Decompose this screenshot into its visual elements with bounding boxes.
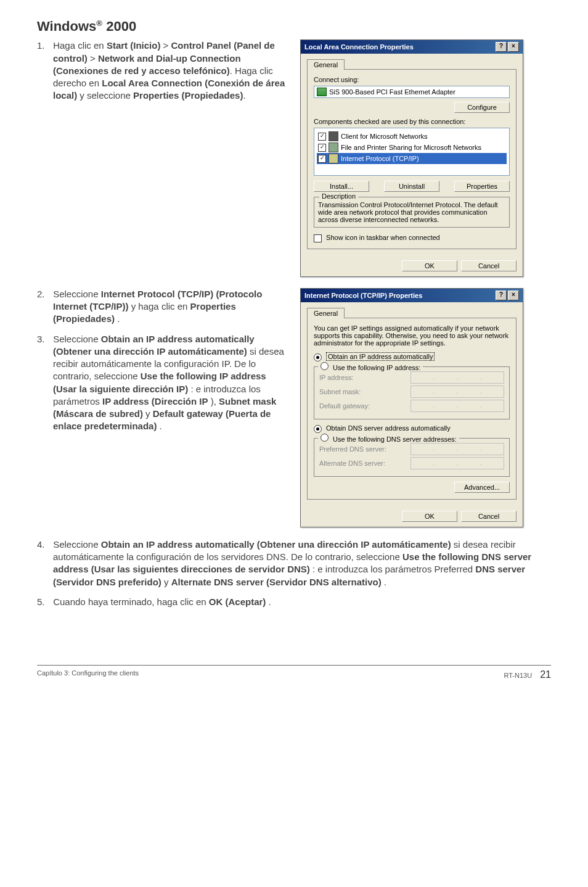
show-icon-label: Show icon in taskbar when connected — [326, 234, 440, 241]
list-item-selected[interactable]: ✓ Internet Protocol (TCP/IP) — [317, 153, 507, 164]
ip-address-label: IP address: — [319, 374, 353, 381]
adapter-name: SiS 900-Based PCI Fast Ethernet Adapter — [329, 88, 455, 96]
tcpip-properties-dialog: Internet Protocol (TCP/IP) Properties ? … — [300, 288, 523, 527]
step-4-number: 4. — [37, 538, 51, 551]
subnet-mask-label: Subnet mask: — [319, 388, 361, 395]
ok-button[interactable]: OK — [402, 511, 457, 522]
step-5-number: 5. — [37, 596, 51, 608]
protocol-icon — [329, 154, 338, 163]
uninstall-button[interactable]: Uninstall — [384, 181, 439, 192]
description-text: Transmission Control Protocol/Internet P… — [318, 201, 498, 223]
properties-button[interactable]: Properties — [454, 181, 510, 192]
heading-suffix: 2000 — [102, 19, 136, 34]
default-gateway-label: Default gateway: — [319, 402, 370, 410]
heading-registered: ® — [96, 19, 102, 28]
preferred-dns-field: ... — [410, 443, 504, 455]
install-button[interactable]: Install... — [314, 181, 369, 192]
client-icon — [329, 131, 338, 141]
dialog2-title: Internet Protocol (TCP/IP) Properties — [304, 292, 422, 299]
radio-use-ip[interactable] — [321, 362, 329, 370]
tab-general[interactable]: General — [307, 59, 345, 70]
description-box: Description Transmission Control Protoco… — [314, 197, 510, 228]
ip-address-field: ... — [410, 371, 504, 384]
share-icon — [329, 142, 338, 152]
components-list[interactable]: ✓ Client for Microsoft Networks ✓ File a… — [314, 128, 510, 176]
show-icon-checkbox[interactable] — [314, 234, 322, 242]
configure-button[interactable]: Configure — [454, 102, 510, 113]
page-footer: Capítulo 3: Configuring the clients RT-N… — [37, 665, 551, 680]
description-legend: Description — [319, 192, 358, 200]
connect-using-label: Connect using: — [314, 76, 510, 83]
subnet-mask-field: ... — [410, 386, 504, 398]
alternate-dns-field: ... — [410, 457, 504, 469]
step-2-number: 2. — [37, 288, 51, 300]
close-button[interactable]: × — [508, 291, 519, 300]
preferred-dns-label: Preferred DNS server: — [319, 445, 386, 453]
section-heading: Windows® 2000 — [37, 19, 551, 35]
radio-obtain-dns-label: Obtain DNS server address automatically — [326, 424, 451, 432]
checkbox-icon[interactable]: ✓ — [318, 144, 326, 152]
use-ip-fieldset: Use the following IP address: IP address… — [314, 366, 510, 419]
default-gateway-field: ... — [410, 400, 504, 412]
adapter-field: SiS 900-Based PCI Fast Ethernet Adapter — [314, 86, 510, 98]
network-adapter-icon — [317, 88, 327, 96]
use-dns-fieldset: Use the following DNS server addresses: … — [314, 438, 510, 477]
step-1-text: 1. Haga clic en Start (Inicio) > Control… — [37, 39, 288, 102]
radio-obtain-ip[interactable] — [314, 353, 322, 361]
help-button[interactable]: ? — [496, 291, 507, 300]
step-3-number: 3. — [37, 333, 51, 345]
cancel-button[interactable]: Cancel — [461, 511, 517, 522]
checkbox-icon[interactable]: ✓ — [318, 155, 326, 163]
radio-use-dns-label: Use the following DNS server addresses: — [333, 435, 457, 443]
tcpip-intro-text: You can get IP settings assigned automat… — [314, 324, 510, 347]
advanced-button[interactable]: Advanced... — [454, 482, 510, 493]
radio-use-dns[interactable] — [321, 434, 329, 442]
heading-prefix: Windows — [37, 19, 96, 34]
footer-page-number: 21 — [540, 669, 551, 680]
local-area-connection-properties-dialog: Local Area Connection Properties ? × Gen… — [300, 39, 523, 277]
list-item[interactable]: ✓ Client for Microsoft Networks — [317, 131, 507, 142]
close-button[interactable]: × — [508, 42, 519, 52]
dialog1-title: Local Area Connection Properties — [304, 43, 414, 51]
help-button[interactable]: ? — [496, 42, 507, 52]
footer-model: RT-N13U — [504, 672, 532, 679]
checkbox-icon[interactable]: ✓ — [318, 133, 326, 141]
step-1-number: 1. — [37, 39, 51, 52]
radio-obtain-dns[interactable] — [314, 425, 322, 433]
tab-general[interactable]: General — [307, 308, 345, 318]
alternate-dns-label: Alternate DNS server: — [319, 460, 385, 467]
radio-use-ip-label: Use the following IP address: — [333, 364, 420, 371]
components-label: Components checked are used by this conn… — [314, 118, 510, 125]
step-4-text: 4. Seleccione Obtain an IP address autom… — [37, 538, 551, 588]
list-item[interactable]: ✓ File and Printer Sharing for Microsoft… — [317, 142, 507, 153]
radio-obtain-ip-label: Obtain an IP address automatically — [326, 352, 435, 361]
step-5-text: 5. Cuando haya terminado, haga clic en O… — [37, 596, 551, 608]
footer-chapter: Capítulo 3: Configuring the clients — [37, 669, 139, 680]
step-3-text: 3. Seleccione Obtain an IP address autom… — [37, 333, 288, 433]
ok-button[interactable]: OK — [402, 260, 457, 271]
cancel-button[interactable]: Cancel — [461, 260, 517, 271]
step-2-text: 2. Seleccione Internet Protocol (TCP/IP)… — [37, 288, 288, 326]
